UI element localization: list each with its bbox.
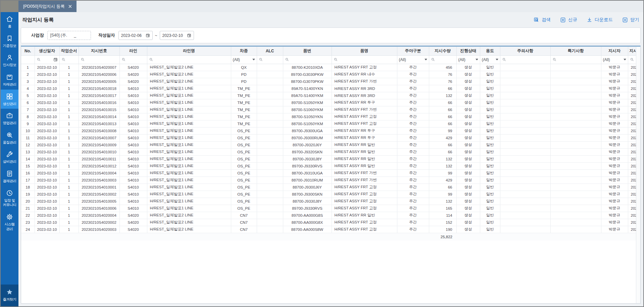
- table-row[interactable]: 82023-02-10120230210S4010014S4010H/REST_…: [21, 113, 636, 120]
- cell-15: [550, 148, 601, 155]
- filter-cell-5[interactable]: [147, 55, 231, 64]
- filter-cell-15[interactable]: [550, 55, 601, 64]
- cell-1: 2023-02-10: [35, 176, 59, 184]
- column-header-0[interactable]: No.: [21, 47, 35, 55]
- cell-7: [257, 205, 283, 212]
- filter-cell-4[interactable]: [119, 55, 147, 64]
- sidebar-item-system[interactable]: 시스템 관리: [1, 210, 18, 234]
- site-input[interactable]: [S40] (주. _: [47, 31, 91, 40]
- filter-cell-17[interactable]: [628, 55, 636, 64]
- table-row[interactable]: 22023-02-10120230210S4020006S4020H/REST_…: [21, 71, 636, 78]
- table-row[interactable]: 102023-02-10120230210S4010008S4010H/REST…: [21, 127, 636, 134]
- date-to-input[interactable]: 2023-02-10: [160, 31, 194, 40]
- sidebar-item-hr-info[interactable]: 인사정보: [1, 51, 18, 70]
- sidebar-item-approval[interactable]: 결재관리: [1, 167, 18, 186]
- column-header-5[interactable]: 라인명: [147, 47, 231, 55]
- sidebar-item-favorites[interactable]: 즐겨찾기: [1, 285, 18, 306]
- table-row[interactable]: 92023-02-10120230210S4010013S4010H/REST_…: [21, 120, 636, 127]
- table-row[interactable]: 162023-02-10120230210S4010004S4010H/REST…: [21, 169, 636, 176]
- column-header-10[interactable]: 주야구분: [397, 47, 429, 55]
- filter-cell-10[interactable]: (All): [397, 55, 429, 64]
- cell-1: 2023-02-10: [35, 141, 59, 148]
- cell-8: 88700-S1050YKM: [283, 120, 332, 127]
- sidebar-item-home[interactable]: 홈: [1, 12, 18, 32]
- cell-13: 일반: [480, 78, 500, 85]
- filter-cell-11[interactable]: [429, 55, 456, 64]
- sidebar-item-production[interactable]: 생산관리: [1, 90, 18, 109]
- sidebar-item-base-info[interactable]: 기준정보: [1, 32, 18, 51]
- table-row[interactable]: 242023-02-10120230210S4020003S4020H/REST…: [21, 226, 636, 233]
- cell-16: 박문규: [601, 212, 628, 219]
- column-header-17[interactable]: 지시: [628, 47, 636, 55]
- table-row[interactable]: 172023-02-10120230210S4010003S4010H/REST…: [21, 176, 636, 184]
- filter-cell-14[interactable]: [500, 55, 550, 64]
- filter-cell-3[interactable]: [79, 55, 119, 64]
- column-header-6[interactable]: 차종: [231, 47, 257, 55]
- column-header-9[interactable]: 품명: [332, 47, 397, 55]
- cell-13: 일반: [480, 198, 500, 205]
- column-header-12[interactable]: 진행상태: [456, 47, 480, 55]
- column-header-11[interactable]: 지시수량: [429, 47, 456, 55]
- table-row[interactable]: 62023-02-10120230210S4010016S4010H/REST_…: [21, 99, 636, 106]
- filter-cell-1[interactable]: [35, 55, 59, 64]
- table-row[interactable]: 32023-02-10120230210S4020005S4020H/REST_…: [21, 78, 636, 85]
- table-row[interactable]: 192023-02-10120230210S4010002S4010H/REST…: [21, 191, 636, 198]
- table-row[interactable]: 52023-02-10120230210S4010017S4010H/REST_…: [21, 92, 636, 99]
- tab-close-icon[interactable]: [68, 5, 72, 8]
- table-row[interactable]: 142023-02-10120230210S4010011S4010H/REST…: [21, 155, 636, 162]
- table-row[interactable]: 232023-02-10120230210S4020002S4020H/REST…: [21, 219, 636, 226]
- search-button[interactable]: 검색: [534, 17, 551, 23]
- cell-4: S4010: [119, 141, 147, 148]
- filter-cell-7[interactable]: [257, 55, 283, 64]
- table-row[interactable]: 152023-02-10120230210S4010012S4010H/REST…: [21, 162, 636, 169]
- cell-16: 박문규: [601, 169, 628, 176]
- table-row[interactable]: 112023-02-10120230210S4010007S4010H/REST…: [21, 134, 636, 141]
- column-header-1[interactable]: 생산일자: [35, 47, 59, 55]
- filter-cell-2[interactable]: [59, 55, 79, 64]
- cell-2: 1: [59, 71, 79, 78]
- cell-9: H/REST ASSY FRT 가변: [332, 78, 397, 85]
- vertical-scrollbar[interactable]: [636, 47, 640, 303]
- close-button[interactable]: 닫기: [622, 17, 639, 23]
- sidebar-item-equipment[interactable]: 설비관리: [1, 147, 18, 167]
- cell-13: 일반: [480, 99, 500, 106]
- new-button[interactable]: 신규: [560, 17, 577, 23]
- cell-16: 박문규: [601, 113, 628, 120]
- table-row[interactable]: 202023-02-10120230210S4010005S4010H/REST…: [21, 198, 636, 205]
- column-header-14[interactable]: 주의사항: [500, 47, 550, 55]
- tab-work-order[interactable]: [PD050]작업지시 등록: [18, 1, 77, 12]
- table-row[interactable]: 42023-02-10120230210S4010018S4010H/REST_…: [21, 85, 636, 92]
- cell-16: 박문규: [601, 127, 628, 134]
- sidebar-item-sales[interactable]: 영업관리: [1, 109, 18, 128]
- table-row[interactable]: 222023-02-10120230210S4020004S4020H/REST…: [21, 212, 636, 219]
- table-row[interactable]: 132023-02-10120230210S4010010S4010H/REST…: [21, 148, 636, 155]
- sidebar-item-material[interactable]: 자재관리: [1, 70, 18, 90]
- filter-cell-6[interactable]: (All): [231, 55, 257, 64]
- filter-all-label: (All): [399, 57, 406, 62]
- filter-cell-12[interactable]: (All): [456, 55, 480, 64]
- column-header-4[interactable]: 라인: [119, 47, 147, 55]
- column-header-3[interactable]: 지시번호: [79, 47, 119, 55]
- download-button[interactable]: 다운로드: [587, 17, 613, 23]
- filter-cell-16[interactable]: (All): [601, 55, 628, 64]
- table-row[interactable]: 122023-02-10120230210S4010009S4010H/REST…: [21, 141, 636, 148]
- table-row[interactable]: 72023-02-10120230210S4010015S4010H/REST_…: [21, 106, 636, 113]
- sidebar-item-quality[interactable]: 품질관리: [1, 128, 18, 148]
- filter-cell-13[interactable]: (All): [480, 55, 500, 64]
- column-header-15[interactable]: 특기사항: [550, 47, 601, 55]
- column-header-13[interactable]: 용도: [480, 47, 500, 55]
- date-from-input[interactable]: 2023-02-06: [118, 31, 153, 40]
- table-row[interactable]: 212023-02-10120230210S4010006S4010H/REST…: [21, 205, 636, 212]
- filter-cell-9[interactable]: [332, 55, 397, 64]
- filter-cell-8[interactable]: [283, 55, 332, 64]
- cell-12: 생성: [456, 155, 480, 162]
- column-header-7[interactable]: ALC: [257, 47, 283, 55]
- column-header-2[interactable]: 작업순서: [59, 47, 79, 55]
- column-header-16[interactable]: 지시자: [601, 47, 628, 55]
- table-row[interactable]: 12023-02-10120230210S4020007S4020H/REST_…: [21, 64, 636, 71]
- sidebar-item-schedule[interactable]: 일정 및 커뮤니티: [1, 186, 18, 210]
- cell-14: [500, 198, 550, 205]
- column-header-8[interactable]: 품번: [283, 47, 332, 55]
- table-row[interactable]: 182023-02-10120230210S4010001S4010H/REST…: [21, 184, 636, 191]
- cell-4: S4010: [119, 205, 147, 212]
